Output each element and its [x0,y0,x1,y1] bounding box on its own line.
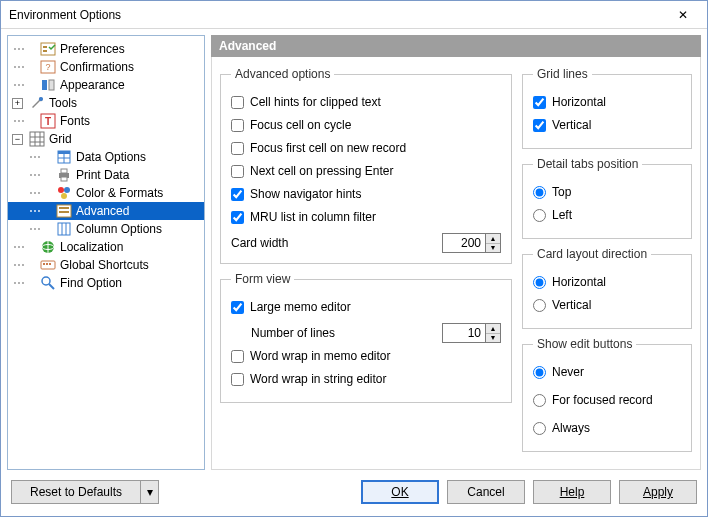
svg-point-22 [58,187,64,193]
radio-label: Top [552,185,571,199]
button-label: Cancel [467,485,504,499]
tree-item-preferences[interactable]: ⋯ Preferences [8,40,204,58]
svg-rect-16 [58,151,70,154]
help-button[interactable]: Help [533,480,611,504]
radio-label: Horizontal [552,275,606,289]
expand-placeholder [26,44,37,55]
mru-checkbox[interactable]: MRU list in column filter [231,207,501,227]
grid-horizontal-checkbox[interactable]: Horizontal [533,92,681,112]
show-nav-checkbox[interactable]: Show navigator hints [231,184,501,204]
chevron-down-icon: ▾ [147,485,153,499]
svg-rect-21 [61,177,67,181]
expand-placeholder [42,152,53,163]
svg-rect-1 [43,46,47,48]
tree-item-confirmations[interactable]: ⋯ ? Confirmations [8,58,204,76]
spin-up-button[interactable]: ▲ [486,324,500,334]
collapse-icon[interactable]: − [12,134,23,145]
tree-item-appearance[interactable]: ⋯ Appearance [8,76,204,94]
checkbox-label: Large memo editor [250,300,351,314]
tree-item-color-formats[interactable]: ⋯ Color & Formats [8,184,204,202]
expand-placeholder [42,206,53,217]
grid-vertical-checkbox[interactable]: Vertical [533,115,681,135]
next-enter-checkbox[interactable]: Next cell on pressing Enter [231,161,501,181]
settings-panel: Advanced Advanced options Cell hints for… [211,35,701,470]
expand-icon[interactable]: + [12,98,23,109]
window-title: Environment Options [9,8,665,22]
checkbox-label: Word wrap in string editor [250,372,387,386]
card-width-spinner[interactable]: ▲ ▼ [442,233,501,253]
tree-item-print-data[interactable]: ⋯ Print Data [8,166,204,184]
tree-item-data-options[interactable]: ⋯ Data Options [8,148,204,166]
tree-item-tools[interactable]: + Tools [8,94,204,112]
tree-label: Appearance [60,78,200,92]
tree-label: Data Options [76,150,200,164]
spin-down-button[interactable]: ▼ [486,244,500,253]
svg-point-38 [42,277,50,285]
detail-left-radio[interactable]: Left [533,205,681,225]
content-area: ⋯ Preferences ⋯ ? Confirmations ⋯ Appear… [1,29,707,476]
tree-label: Advanced [76,204,200,218]
ok-button[interactable]: OK [361,480,439,504]
tree-label: Localization [60,240,200,254]
wrap-memo-checkbox[interactable]: Word wrap in memo editor [231,346,501,366]
form-view-group: Form view Large memo editor Number of li… [220,272,512,403]
wrap-string-checkbox[interactable]: Word wrap in string editor [231,369,501,389]
tree-item-localization[interactable]: ⋯ Localization [8,238,204,256]
card-vertical-radio[interactable]: Vertical [533,295,681,315]
focus-cycle-checkbox[interactable]: Focus cell on cycle [231,115,501,135]
localization-icon [40,239,56,255]
spin-buttons: ▲ ▼ [485,234,500,252]
checkbox-label: Word wrap in memo editor [250,349,391,363]
detail-top-radio[interactable]: Top [533,182,681,202]
card-horizontal-radio[interactable]: Horizontal [533,272,681,292]
nav-tree[interactable]: ⋯ Preferences ⋯ ? Confirmations ⋯ Appear… [7,35,205,470]
column-options-icon [56,221,72,237]
checkbox-label: Focus first cell on new record [250,141,406,155]
tools-icon [29,95,45,111]
edit-never-radio[interactable]: Never [533,362,681,382]
edit-always-radio[interactable]: Always [533,418,681,438]
radio-label: For focused record [552,393,653,407]
detail-tabs-group: Detail tabs position Top Left [522,157,692,239]
tree-line-icon: ⋯ [12,258,26,272]
tree-item-fonts[interactable]: ⋯ T Fonts [8,112,204,130]
cancel-button[interactable]: Cancel [447,480,525,504]
tree-label: Tools [49,96,200,110]
cell-hints-checkbox[interactable]: Cell hints for clipped text [231,92,501,112]
card-width-input[interactable] [443,234,485,252]
show-edit-group: Show edit buttons Never For focused reco… [522,337,692,452]
tree-item-column-options[interactable]: ⋯ Column Options [8,220,204,238]
close-button[interactable]: ✕ [665,4,701,26]
tree-item-global-shortcuts[interactable]: ⋯ Global Shortcuts [8,256,204,274]
tree-item-grid[interactable]: − Grid [8,130,204,148]
tree-line-icon: ⋯ [28,222,42,236]
apply-button[interactable]: Apply [619,480,697,504]
section-header: Advanced [211,35,701,57]
tree-item-advanced[interactable]: ⋯ Advanced [8,202,204,220]
svg-point-7 [39,97,43,101]
svg-rect-37 [49,263,51,265]
expand-placeholder [26,80,37,91]
tree-label: Confirmations [60,60,200,74]
radio-label: Always [552,421,590,435]
num-lines-spinner[interactable]: ▲ ▼ [442,323,501,343]
edit-focused-radio[interactable]: For focused record [533,390,681,410]
reset-defaults-button[interactable]: Reset to Defaults [11,480,141,504]
spin-buttons: ▲ ▼ [485,324,500,342]
reset-defaults-dropdown[interactable]: ▾ [141,480,159,504]
expand-placeholder [26,242,37,253]
radio-label: Never [552,365,584,379]
radio-label: Vertical [552,298,591,312]
button-label: OK [391,485,408,499]
num-lines-input[interactable] [443,324,485,342]
large-memo-checkbox[interactable]: Large memo editor [231,297,501,317]
checkbox-label: MRU list in column filter [250,210,376,224]
expand-placeholder [42,188,53,199]
tree-item-find-option[interactable]: ⋯ Find Option [8,274,204,292]
button-label: Help [560,485,585,499]
checkbox-label: Cell hints for clipped text [250,95,381,109]
focus-first-checkbox[interactable]: Focus first cell on new record [231,138,501,158]
spin-up-button[interactable]: ▲ [486,234,500,244]
print-icon [56,167,72,183]
spin-down-button[interactable]: ▼ [486,334,500,343]
